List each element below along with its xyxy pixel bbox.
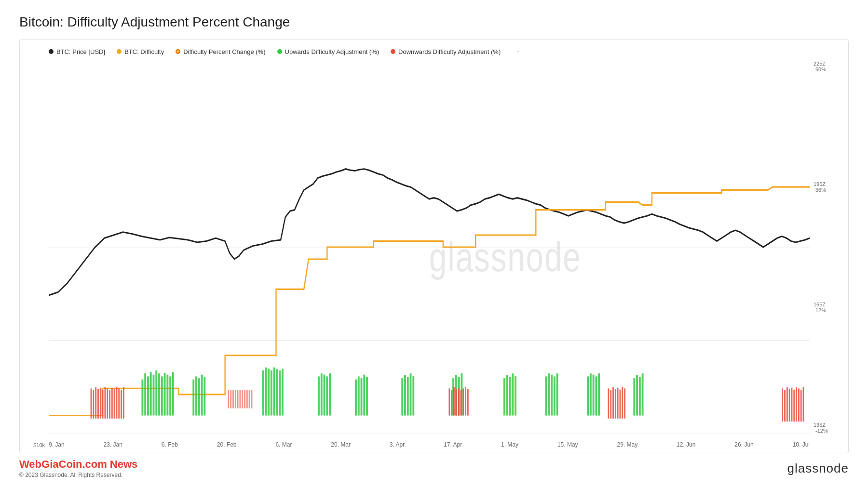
svg-rect-85 (232, 390, 234, 408)
x-label-jan23: 23. Jan (104, 441, 122, 448)
svg-rect-37 (361, 378, 363, 415)
svg-rect-44 (412, 376, 414, 415)
svg-rect-11 (158, 373, 160, 415)
chart-content: $10k 225Z 60% 195Z 36% 165Z 12% 135Z (20, 61, 848, 448)
svg-rect-31 (321, 373, 323, 415)
svg-rect-118 (798, 388, 800, 422)
svg-rect-103 (608, 388, 609, 418)
svg-rect-76 (109, 390, 110, 419)
legend-collapse[interactable]: - (517, 47, 519, 56)
svg-rect-113 (787, 387, 788, 422)
svg-rect-36 (358, 376, 360, 415)
chart-svg: glassnode (49, 61, 810, 434)
svg-rect-50 (506, 375, 508, 416)
svg-rect-49 (503, 378, 505, 415)
svg-rect-90 (244, 390, 245, 408)
svg-rect-59 (587, 376, 589, 415)
svg-rect-30 (318, 376, 320, 415)
svg-rect-92 (249, 390, 250, 408)
svg-rect-88 (239, 390, 241, 408)
svg-rect-57 (554, 376, 556, 415)
footer-left: WebGiaCoin.com News © 2023 Glassnode. Al… (19, 458, 137, 478)
svg-rect-100 (462, 388, 464, 415)
footer: WebGiaCoin.com News © 2023 Glassnode. Al… (19, 453, 849, 478)
legend-item-btc-difficulty: BTC: Difficulty (117, 48, 164, 55)
btc-difficulty-line (49, 187, 810, 415)
svg-rect-63 (598, 373, 600, 415)
page-container: Bitcoin: Difficulty Adjustment Percent C… (0, 0, 868, 488)
legend-item-upwards: Upwards Difficulty Adjustment (%) (277, 48, 380, 55)
svg-rect-115 (791, 388, 793, 422)
svg-rect-54 (545, 376, 547, 415)
x-label-apr17: 17. Apr (444, 441, 462, 448)
y-right-neg12: 135Z -12% (814, 422, 828, 434)
x-label-jun12: 12. Jun (677, 441, 695, 448)
svg-rect-69 (93, 390, 94, 419)
x-label-jul10: 10. Jul (793, 441, 810, 448)
svg-rect-96 (453, 387, 455, 416)
svg-rect-95 (451, 390, 452, 415)
svg-rect-70 (95, 387, 96, 419)
svg-rect-74 (104, 387, 106, 419)
svg-rect-111 (782, 388, 783, 422)
svg-rect-65 (636, 375, 638, 416)
svg-rect-83 (228, 390, 229, 408)
svg-rect-107 (617, 388, 619, 419)
x-label-jun26: 26. Jun (734, 441, 753, 448)
legend-item-btc-price: BTC: Price [USD] (49, 48, 105, 55)
svg-rect-41 (404, 375, 406, 416)
x-axis: 9. Jan 23. Jan 6. Feb 20. Feb 6. Mar 20.… (49, 441, 810, 448)
svg-rect-58 (556, 373, 558, 415)
svg-rect-86 (235, 390, 236, 408)
svg-rect-106 (615, 389, 616, 419)
svg-text:glassnode: glassnode (429, 234, 582, 280)
legend-dot-btc-difficulty (117, 49, 122, 54)
footer-brand: WebGiaCoin.com News (19, 458, 137, 471)
svg-rect-94 (448, 388, 450, 415)
svg-rect-28 (279, 370, 281, 416)
svg-rect-23 (265, 368, 267, 416)
svg-rect-19 (198, 378, 200, 415)
svg-rect-32 (324, 375, 326, 416)
svg-rect-68 (91, 388, 92, 418)
svg-rect-12 (161, 376, 163, 415)
svg-rect-66 (639, 377, 641, 416)
svg-rect-51 (509, 377, 511, 416)
svg-rect-116 (793, 390, 795, 422)
svg-rect-93 (251, 390, 253, 408)
svg-rect-79 (116, 387, 118, 419)
svg-rect-80 (118, 388, 120, 418)
svg-rect-62 (595, 376, 597, 415)
svg-rect-9 (153, 375, 155, 416)
svg-rect-104 (610, 390, 611, 419)
svg-rect-102 (467, 389, 469, 416)
svg-rect-34 (329, 373, 331, 415)
svg-rect-56 (551, 375, 553, 416)
svg-rect-101 (465, 387, 466, 416)
svg-rect-112 (784, 390, 786, 422)
svg-rect-97 (456, 389, 457, 416)
svg-rect-38 (363, 375, 365, 416)
x-label-mar20: 20. Mar (331, 441, 351, 448)
x-label-jan9: 9. Jan (49, 441, 65, 448)
x-label-may1: 1. May (501, 441, 518, 448)
x-label-may29: 29. May (617, 441, 638, 448)
legend-item-downwards: Downwards Difficulty Adjustment (%) (391, 48, 501, 55)
svg-rect-84 (230, 390, 231, 408)
x-label-apr3: 3. Apr (390, 441, 405, 448)
svg-rect-87 (237, 390, 239, 408)
svg-rect-35 (355, 380, 357, 416)
svg-rect-27 (276, 369, 278, 415)
chart-wrapper: BTC: Price [USD] BTC: Difficulty Difficu… (19, 40, 849, 453)
legend-dot-difficulty-pct (176, 49, 180, 54)
legend: BTC: Price [USD] BTC: Difficulty Difficu… (20, 47, 848, 61)
y-right-36: 195Z 36% (814, 181, 826, 193)
x-label-may15: 15. May (557, 441, 578, 448)
legend-item-difficulty-pct: Difficulty Percent Change (%) (176, 48, 265, 55)
svg-rect-109 (622, 387, 623, 419)
svg-rect-61 (593, 375, 595, 416)
y-label-bottom: $10k (33, 442, 45, 448)
svg-rect-114 (789, 389, 790, 422)
footer-copyright: © 2023 Glassnode. All Rights Reserved. (19, 472, 137, 478)
svg-rect-18 (195, 376, 197, 415)
